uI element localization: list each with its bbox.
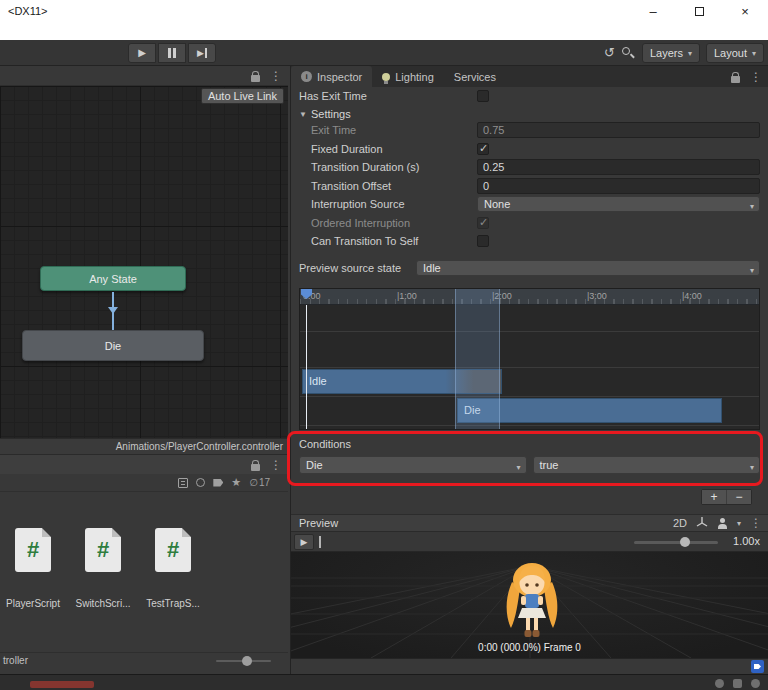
maximize-button[interactable] (676, 0, 722, 22)
kebab-menu-icon[interactable]: ⋮ (270, 459, 282, 471)
tab-inspector[interactable]: i Inspector (291, 66, 372, 87)
asset-label-icon[interactable] (751, 660, 764, 673)
preview-scrub-handle[interactable] (319, 536, 321, 548)
step-button[interactable]: ▶ (188, 43, 216, 63)
exit-time-field[interactable]: 0.75 (477, 122, 760, 138)
transition-arrow[interactable] (112, 292, 114, 330)
caret-down-icon: ▾ (750, 264, 754, 278)
transition-region[interactable] (455, 289, 500, 429)
preview-speed-handle[interactable] (680, 537, 690, 547)
settings-foldout[interactable]: ▼ Settings (299, 108, 351, 120)
asset-scale-handle[interactable] (242, 656, 252, 666)
ordered-interruption-checkbox[interactable]: ✓ (477, 217, 489, 229)
kebab-menu-icon[interactable]: ⋮ (270, 70, 282, 82)
undo-history-icon[interactable]: ↺ (604, 43, 615, 63)
minimize-button[interactable]: – (630, 0, 676, 22)
preview-play-button[interactable]: ▶ (294, 534, 314, 550)
info-icon: i (301, 71, 312, 82)
ordered-interruption-label: Ordered Interruption (299, 217, 477, 229)
fixed-duration-checkbox[interactable]: ✓ (477, 143, 489, 155)
foldout-icon: ▼ (299, 110, 307, 119)
filter-by-type-icon[interactable] (196, 478, 205, 487)
animator-graph[interactable]: Auto Live Link Any State Die (0, 86, 288, 438)
pause-icon (168, 48, 176, 58)
can-transition-to-self-checkbox[interactable]: ✓ (477, 235, 489, 247)
transition-timeline[interactable]: 0:00 |1:00 |2:00 |3:00 |4:00 Idle Die (299, 288, 760, 430)
tab-services-label: Services (454, 71, 496, 83)
console-error-indicator[interactable] (30, 681, 94, 688)
timeline-tick: |3:00 (587, 291, 607, 301)
preview-2d-toggle[interactable]: 2D (673, 517, 687, 529)
kebab-menu-icon[interactable]: ⋮ (750, 517, 762, 529)
add-condition-button[interactable]: + (702, 490, 726, 504)
preview-source-dropdown[interactable]: Idle▾ (416, 260, 760, 276)
auto-live-link-button[interactable]: Auto Live Link (201, 88, 284, 104)
filter-by-label-icon[interactable] (213, 479, 223, 487)
interruption-source-row: Interruption Source None▾ (299, 196, 760, 212)
lock-icon[interactable] (251, 75, 260, 82)
any-state-node[interactable]: Any State (40, 266, 186, 291)
timeline-ruler[interactable]: 0:00 |1:00 |2:00 |3:00 |4:00 (300, 289, 759, 305)
asset-item[interactable]: # SwitchScri... (72, 528, 134, 609)
layout-dropdown[interactable]: Layout ▾ (706, 43, 764, 63)
timeline-body[interactable]: Idle Die (300, 305, 759, 429)
lock-icon[interactable] (731, 76, 740, 83)
transition-offset-row: Transition Offset 0 (299, 178, 760, 194)
die-state-node[interactable]: Die (22, 330, 204, 361)
transition-duration-field[interactable]: 0.25 (477, 159, 760, 175)
project-content[interactable]: # PlayerScript # SwitchScri... # TestTra… (0, 492, 288, 652)
maximize-icon (695, 7, 704, 16)
timeline-tick: |1:00 (397, 291, 417, 301)
tab-lighting[interactable]: Lighting (372, 66, 444, 87)
step-icon: ▶ (197, 48, 207, 58)
close-button[interactable]: × (722, 0, 768, 22)
interruption-source-dropdown[interactable]: None▾ (477, 196, 760, 212)
pause-button[interactable] (158, 43, 186, 63)
play-button[interactable]: ▶ (128, 43, 156, 63)
search-icon[interactable] (621, 46, 636, 61)
inspector-panel: i Inspector Lighting Services ⋮ Has Exit… (290, 66, 768, 674)
has-exit-time-label: Has Exit Time (299, 90, 477, 102)
hidden-count-value: 17 (259, 477, 270, 488)
remove-condition-button[interactable]: − (727, 490, 751, 504)
lightbulb-icon (382, 73, 390, 81)
preview-header[interactable]: Preview 2D ▾ ⋮ (291, 514, 768, 532)
favorites-icon[interactable]: ★ (231, 476, 241, 489)
condition-value-dropdown[interactable]: true▾ (533, 456, 761, 474)
layout-label: Layout (714, 47, 747, 59)
status-icon[interactable] (715, 679, 724, 688)
play-icon: ▶ (301, 537, 308, 547)
playhead-line[interactable] (306, 305, 307, 429)
preview-speed-slider[interactable] (634, 541, 718, 544)
transition-offset-field[interactable]: 0 (477, 178, 760, 194)
exit-time-label: Exit Time (299, 124, 477, 136)
preview-source-row: Preview source state Idle▾ (299, 260, 760, 276)
titlebar: <DX11> – × (0, 0, 768, 40)
asset-item[interactable]: # TestTrapS... (142, 528, 204, 609)
kebab-menu-icon[interactable]: ⋮ (750, 71, 762, 83)
asset-scale-slider[interactable] (216, 660, 271, 662)
ordered-interruption-row: Ordered Interruption ✓ (299, 215, 760, 231)
layers-dropdown[interactable]: Layers ▾ (642, 43, 700, 63)
caret-down-icon[interactable]: ▾ (737, 519, 741, 528)
asset-label: PlayerScript (2, 598, 64, 609)
status-icon[interactable] (733, 679, 742, 688)
asset-item[interactable]: # PlayerScript (2, 528, 64, 609)
project-filter-bar: ★ ∅ 17 (0, 474, 288, 492)
transition-duration-label: Transition Duration (s) (299, 161, 477, 173)
tab-services[interactable]: Services (444, 66, 506, 87)
gizmo-axis-icon[interactable] (696, 517, 708, 529)
caret-down-icon: ▾ (750, 460, 754, 476)
has-exit-time-checkbox[interactable]: ✓ (477, 90, 489, 102)
preview-viewport[interactable]: 0:00 (000.0%) Frame 0 (291, 552, 768, 658)
selected-asset-path: troller (3, 655, 28, 666)
lock-icon[interactable] (251, 464, 260, 471)
search-options-icon[interactable] (178, 478, 188, 488)
avatar-preview-icon[interactable] (717, 518, 728, 529)
condition-list-controls: + − (701, 489, 752, 505)
can-transition-to-self-label: Can Transition To Self (299, 235, 477, 247)
status-icon[interactable] (751, 679, 760, 688)
hidden-count-badge[interactable]: ∅ 17 (249, 477, 270, 488)
condition-parameter-dropdown[interactable]: Die▾ (299, 456, 527, 474)
project-status-bar: troller (0, 652, 288, 668)
